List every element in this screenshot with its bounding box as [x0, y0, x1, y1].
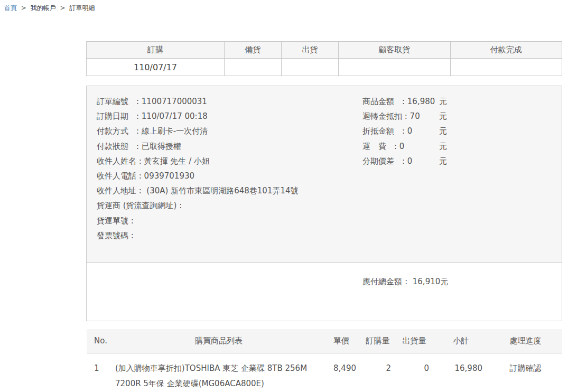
items-col-order-qty: 訂購量 [360, 329, 395, 353]
order-number-line: 訂單編號 : 1100717000031 [97, 94, 299, 109]
items-col-subtotal: 小計 [433, 329, 489, 353]
items-col-ship-qty: 出貨量 [395, 329, 433, 353]
recipient-address-line: 收件人地址 : (30A) 新竹市東區明湖路648巷101弄14號 [97, 183, 299, 198]
payment-method-line: 付款方式 : 線上刷卡-一次付清 [97, 124, 299, 138]
breadcrumb-separator: > [21, 4, 26, 12]
shipping-fee-text: 運 費 : 0 [362, 139, 404, 154]
total-payable-value: 16,910元 [413, 277, 449, 286]
order-details-box: 訂單編號 : 1100717000031 訂購日期 : 110/07/17 00… [86, 86, 562, 321]
progress-paid-date [450, 59, 562, 76]
progress-col-preparing: 備貨 [225, 42, 282, 59]
items-col-no: No. [87, 329, 115, 353]
total-payable-line: 應付總金額： 16,910元 [362, 277, 448, 287]
breadcrumb: 首頁 > 我的帳戶 > 訂單明細 [4, 4, 95, 13]
item-ship-qty: 0 [395, 353, 433, 391]
progress-col-ordered: 訂購 [87, 42, 225, 59]
currency-unit: 元 [439, 154, 447, 169]
item-status: 訂購確認 [489, 353, 562, 391]
progress-preparing-date [225, 59, 282, 76]
items-col-status: 處理進度 [489, 329, 562, 353]
discount-amount-text: 折抵金額 : 0 [362, 124, 412, 138]
currency-unit: 元 [439, 109, 447, 124]
shipping-fee-line: 運 費 : 0 元 [362, 139, 447, 154]
progress-col-paid: 付款完成 [450, 42, 562, 59]
goods-amount-line: 商品金額 : 16,980 元 [362, 94, 447, 109]
order-details-section: 訂單編號 : 1100717000031 訂購日期 : 110/07/17 00… [87, 86, 562, 263]
amount-summary-column: 商品金額 : 16,980 元 迴轉金抵扣 : 70 元 折抵金額 : 0 元 … [362, 94, 447, 169]
items-col-unit-price: 單價 [322, 329, 360, 353]
total-payable-label: 應付總金額： [362, 277, 410, 286]
installment-diff-line: 分期價差 : 0 元 [362, 154, 447, 169]
currency-unit: 元 [439, 139, 447, 154]
purchased-items-table: No. 購買商品列表 單價 訂購量 出貨量 小計 處理進度 1 (加入購物車享折… [87, 329, 562, 391]
tracking-number-line: 貨運單號 : [97, 213, 299, 228]
progress-ordered-date: 110/07/17 [87, 59, 225, 76]
breadcrumb-home-link[interactable]: 首頁 [4, 4, 17, 12]
item-no: 1 [87, 353, 115, 391]
item-product-name: (加入購物車享折扣)TOSHIBA 東芝 企業碟 8TB 256M 7200R … [115, 353, 322, 391]
rebate-deduction-text: 迴轉金抵扣 : 70 [362, 109, 420, 124]
goods-amount-text: 商品金額 : 16,980 [362, 94, 435, 109]
progress-header-row: 訂購 備貨 出貨 顧客取貨 付款完成 [87, 42, 562, 59]
order-progress-table: 訂購 備貨 出貨 顧客取貨 付款完成 110/07/17 [86, 41, 562, 76]
rebate-deduction-line: 迴轉金抵扣 : 70 元 [362, 109, 447, 124]
order-info-column: 訂單編號 : 1100717000031 訂購日期 : 110/07/17 00… [97, 94, 299, 243]
installment-diff-text: 分期價差 : 0 [362, 154, 412, 169]
currency-unit: 元 [439, 94, 447, 109]
recipient-phone-line: 收件人電話 : 0939701930 [97, 169, 299, 183]
table-row: 1 (加入購物車享折扣)TOSHIBA 東芝 企業碟 8TB 256M 7200… [87, 353, 562, 391]
item-order-qty: 2 [360, 353, 395, 391]
progress-col-shipped: 出貨 [282, 42, 339, 59]
breadcrumb-current-page: 訂單明細 [69, 4, 95, 12]
discount-amount-line: 折抵金額 : 0 元 [362, 124, 447, 138]
carrier-line: 貨運商 (貨流查詢網址) : [97, 198, 299, 213]
item-unit-price: 8,490 [322, 353, 360, 391]
recipient-name-line: 收件人姓名 : 黃玄揮 先生 / 小姐 [97, 154, 299, 169]
item-subtotal: 16,980 [433, 353, 489, 391]
invoice-number-line: 發票號碼 : [97, 228, 299, 243]
currency-unit: 元 [439, 124, 447, 138]
breadcrumb-my-account: 我的帳戶 [31, 4, 56, 12]
items-col-product-list: 購買商品列表 [115, 329, 322, 353]
payment-status-line: 付款狀態 : 已取得授權 [97, 139, 299, 154]
items-header-row: No. 購買商品列表 單價 訂購量 出貨量 小計 處理進度 [87, 329, 562, 353]
progress-value-row: 110/07/17 [87, 59, 562, 76]
breadcrumb-separator: > [60, 4, 66, 12]
order-date-line: 訂購日期 : 110/07/17 00:18 [97, 109, 299, 124]
total-payable-section: 應付總金額： 16,910元 [87, 263, 562, 321]
progress-shipped-date [282, 59, 339, 76]
progress-col-pickup: 顧客取貨 [339, 42, 451, 59]
progress-pickup-date [339, 59, 451, 76]
